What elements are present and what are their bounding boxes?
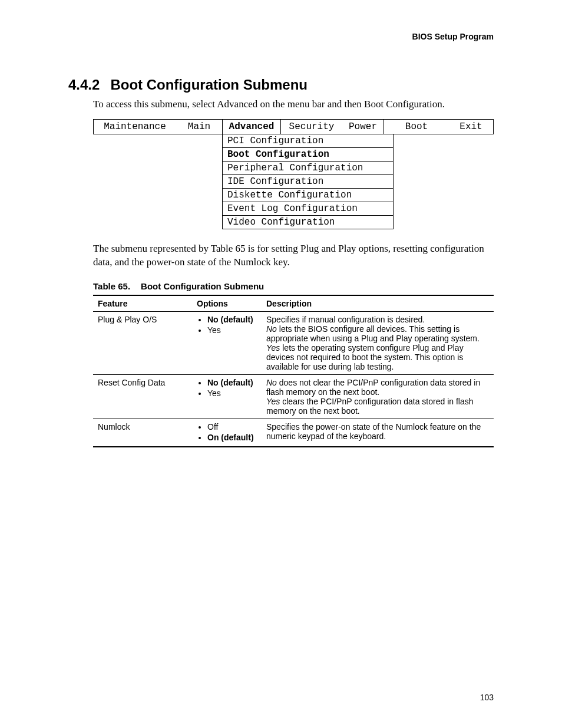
- submenu-item-selected: Boot Configuration: [222, 148, 394, 162]
- description-line: Yes clears the PCI/PnP configuration dat…: [266, 397, 489, 416]
- option-item: Off: [207, 422, 257, 431]
- section-heading: 4.4.2Boot Configuration Submenu: [68, 77, 494, 93]
- option-item: No (default): [207, 378, 257, 387]
- option-item: Yes: [207, 325, 257, 335]
- table-row: Plug & Play O/SNo (default)YesSpecifies …: [93, 311, 494, 374]
- description-line: Specifies if manual configuration is des…: [266, 315, 489, 324]
- bios-menu-diagram: Maintenance Main Advanced Security Power…: [93, 119, 494, 229]
- description-line: Specifies the power-on state of the Numl…: [266, 422, 489, 441]
- options-cell: No (default)Yes: [192, 374, 262, 419]
- table-header-description: Description: [262, 295, 494, 312]
- table-number: Table 65.: [93, 281, 130, 291]
- menubar-item-security: Security: [281, 120, 342, 134]
- description-cell: Specifies if manual configuration is des…: [262, 311, 494, 374]
- option-item: Yes: [207, 388, 257, 398]
- menubar-item-exit: Exit: [449, 120, 493, 134]
- description-line: No lets the BIOS configure all devices. …: [266, 324, 489, 343]
- table-header-options: Options: [192, 295, 262, 312]
- options-cell: OffOn (default): [192, 419, 262, 447]
- submenu-item: Peripheral Configuration: [222, 162, 394, 175]
- submenu-item: PCI Configuration: [222, 134, 394, 148]
- bios-menubar: Maintenance Main Advanced Security Power…: [93, 119, 494, 134]
- feature-cell: Plug & Play O/S: [93, 311, 192, 374]
- body-paragraph: The submenu represented by Table 65 is f…: [93, 242, 494, 269]
- options-cell: No (default)Yes: [192, 311, 262, 374]
- table-row: Reset Config DataNo (default)YesNo does …: [93, 374, 494, 419]
- table-title: Boot Configuration Submenu: [141, 281, 264, 291]
- description-line: Yes lets the operating system configure …: [266, 343, 489, 371]
- option-item: On (default): [207, 433, 257, 442]
- description-line: No does not clear the PCI/PnP configurat…: [266, 378, 489, 397]
- feature-cell: Reset Config Data: [93, 374, 192, 419]
- menubar-item-power: Power: [342, 120, 384, 134]
- submenu-item: Video Configuration: [222, 216, 394, 229]
- table-row: NumlockOffOn (default)Specifies the powe…: [93, 419, 494, 447]
- description-cell: Specifies the power-on state of the Numl…: [262, 419, 494, 447]
- feature-cell: Numlock: [93, 419, 192, 447]
- submenu-item: Event Log Configuration: [222, 202, 394, 216]
- page-number: 103: [480, 693, 494, 702]
- submenu-item: Diskette Configuration: [222, 189, 394, 202]
- section-number: 4.4.2: [68, 77, 100, 93]
- running-header: BIOS Setup Program: [68, 32, 494, 41]
- menubar-item-boot: Boot: [384, 120, 449, 134]
- table-header-feature: Feature: [93, 295, 192, 312]
- boot-config-table: Feature Options Description Plug & Play …: [93, 295, 494, 447]
- section-title-text: Boot Configuration Submenu: [110, 77, 308, 93]
- menubar-item-maintenance: Maintenance: [94, 120, 176, 134]
- menubar-item-advanced: Advanced: [222, 120, 281, 134]
- menubar-item-main: Main: [176, 120, 222, 134]
- option-item: No (default): [207, 315, 257, 324]
- submenu-item: IDE Configuration: [222, 175, 394, 189]
- section-intro: To access this submenu, select Advanced …: [93, 98, 494, 111]
- table-caption: Table 65.Boot Configuration Submenu: [93, 281, 494, 291]
- description-cell: No does not clear the PCI/PnP configurat…: [262, 374, 494, 419]
